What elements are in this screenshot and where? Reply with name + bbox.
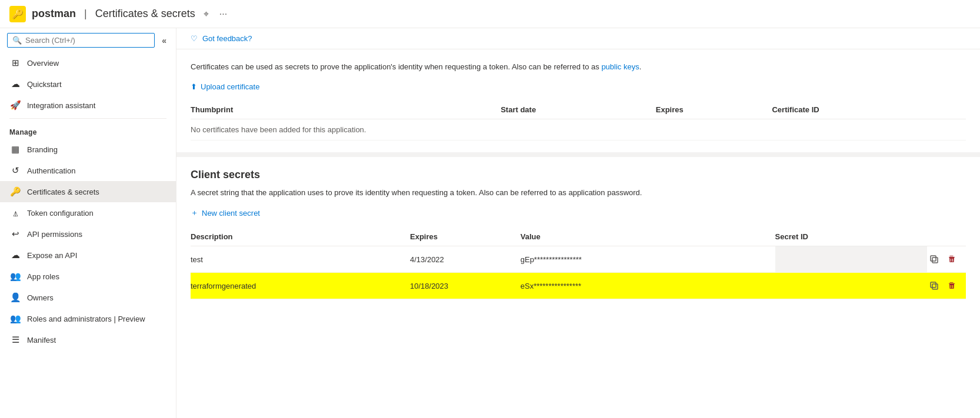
sidebar-item-integration-assistant[interactable]: 🚀 Integration assistant [0, 95, 176, 116]
header-separator: | [84, 8, 87, 20]
api-permissions-icon: ↩ [9, 228, 21, 240]
collapse-sidebar-button[interactable]: « [159, 34, 169, 48]
more-options-icon[interactable]: ··· [217, 6, 229, 22]
token-config-icon: ⍋ [9, 207, 21, 219]
authentication-icon: ↺ [9, 165, 21, 176]
sidebar-label-api-permissions: API permissions [27, 230, 82, 239]
th-expires: Expires [410, 228, 521, 246]
th-secret-id: Secret ID [775, 228, 927, 246]
integration-icon: 🚀 [9, 99, 21, 111]
sidebar-label-roles-admins: Roles and administrators | Preview [27, 315, 145, 323]
secret-actions [927, 273, 966, 299]
app-icon: 🔑 [9, 6, 26, 22]
plus-icon: ＋ [191, 208, 198, 218]
owners-icon: 👤 [9, 292, 21, 303]
certificates-table-header: Thumbprint Start date Expires Certificat… [191, 101, 966, 119]
main-layout: 🔍 « ⊞ Overview ☁ Quickstart 🚀 Integratio… [0, 28, 980, 418]
th-value: Value [521, 228, 775, 246]
overview-icon: ⊞ [9, 57, 21, 69]
branding-icon: ▦ [9, 143, 21, 155]
sidebar-label-overview: Overview [27, 59, 59, 68]
secret-expires: 4/13/2022 [410, 246, 521, 273]
sidebar-item-manifest[interactable]: ☰ Manifest [0, 329, 176, 350]
search-container: 🔍 « [0, 28, 176, 52]
table-row: test 4/13/2022 gEp**************** [191, 246, 966, 273]
sidebar-item-owners[interactable]: 👤 Owners [0, 287, 176, 308]
delete-secret-button[interactable] [945, 252, 959, 266]
client-secrets-title: Client secrets [191, 169, 966, 181]
sidebar-item-certificates-secrets[interactable]: 🔑 Certificates & secrets [0, 181, 176, 202]
sidebar-item-overview[interactable]: ⊞ Overview [0, 52, 176, 73]
pin-icon[interactable]: ⌖ [201, 6, 211, 22]
copy-secret-button[interactable] [927, 252, 941, 266]
add-client-secret-button[interactable]: ＋ New client secret [191, 208, 260, 218]
sidebar-label-app-roles: App roles [27, 272, 59, 281]
svg-rect-0 [932, 258, 938, 263]
sidebar-label-manifest: Manifest [27, 336, 56, 345]
client-secrets-section: Client secrets A secret string that the … [176, 152, 980, 312]
th-description: Description [191, 228, 410, 246]
secret-actions [927, 246, 966, 273]
th-start-date: Start date [501, 101, 656, 119]
th-expires: Expires [656, 101, 772, 119]
content-area: ♡ Got feedback? Certificates can be used… [176, 28, 980, 418]
sidebar-item-expose-api[interactable]: ☁ Expose an API [0, 245, 176, 266]
sidebar-label-expose-api: Expose an API [27, 251, 77, 260]
secret-value: eSx**************** [521, 273, 775, 299]
manifest-icon: ☰ [9, 334, 21, 346]
top-header: 🔑 postman | Certificates & secrets ⌖ ··· [0, 0, 980, 28]
sidebar-label-owners: Owners [27, 293, 54, 302]
client-secrets-table: Description Expires Value Secret ID test… [191, 228, 966, 299]
nav-divider [9, 118, 166, 119]
feedback-bar[interactable]: ♡ Got feedback? [176, 28, 980, 49]
sidebar-label-integration: Integration assistant [27, 101, 95, 110]
certificates-empty-message: No certificates have been added for this… [191, 119, 966, 140]
sidebar-item-quickstart[interactable]: ☁ Quickstart [0, 73, 176, 95]
th-thumbprint: Thumbprint [191, 101, 501, 119]
client-secrets-description: A secret string that the application use… [191, 187, 966, 199]
sidebar-item-api-permissions[interactable]: ↩ API permissions [0, 223, 176, 245]
quickstart-icon: ☁ [9, 78, 21, 90]
sidebar-label-token-config: Token configuration [27, 209, 94, 218]
client-secrets-table-header: Description Expires Value Secret ID [191, 228, 966, 246]
certificates-table: Thumbprint Start date Expires Certificat… [191, 101, 966, 141]
secret-expires: 10/18/2023 [410, 273, 521, 299]
app-roles-icon: 👥 [9, 270, 21, 282]
delete-secret-button[interactable] [945, 279, 959, 293]
feedback-label: Got feedback? [202, 34, 252, 43]
sidebar-item-authentication[interactable]: ↺ Authentication [0, 160, 176, 181]
page-title: Certificates & secrets [95, 8, 195, 20]
svg-rect-1 [931, 256, 936, 261]
search-box: 🔍 [7, 33, 155, 48]
roles-icon: 👥 [9, 313, 21, 325]
secret-value: gEp**************** [521, 246, 775, 273]
search-input[interactable] [25, 36, 149, 45]
manage-section-label: Manage [0, 121, 176, 139]
sidebar-item-app-roles[interactable]: 👥 App roles [0, 266, 176, 287]
secret-id [775, 246, 927, 273]
search-icon: 🔍 [12, 36, 22, 45]
certificates-empty-row: No certificates have been added for this… [191, 119, 966, 140]
sidebar-item-token-config[interactable]: ⍋ Token configuration [0, 202, 176, 223]
sidebar-label-quickstart: Quickstart [27, 80, 62, 89]
secret-description: terraformgenerated [191, 273, 410, 299]
th-actions [927, 228, 966, 246]
secret-description: test [191, 246, 410, 273]
th-certificate-id: Certificate ID [772, 101, 966, 119]
secret-id [775, 273, 927, 299]
certificates-section: Certificates can be used as secrets to p… [176, 49, 980, 152]
feedback-heart-icon: ♡ [191, 34, 198, 43]
app-name: postman [32, 8, 76, 20]
svg-rect-3 [931, 282, 936, 287]
table-row: terraformgenerated 10/18/2023 eSx*******… [191, 273, 966, 299]
copy-secret-button[interactable] [927, 279, 941, 293]
certificates-description: Certificates can be used as secrets to p… [191, 61, 966, 73]
sidebar: 🔍 « ⊞ Overview ☁ Quickstart 🚀 Integratio… [0, 28, 176, 418]
svg-rect-2 [932, 284, 938, 289]
sidebar-item-roles-admins[interactable]: 👥 Roles and administrators | Preview [0, 308, 176, 329]
public-keys-link[interactable]: public keys [601, 62, 639, 71]
certificates-icon: 🔑 [9, 186, 21, 198]
sidebar-item-branding[interactable]: ▦ Branding [0, 139, 176, 160]
upload-icon: ⬆ [191, 82, 197, 91]
upload-certificate-button[interactable]: ⬆ Upload certificate [191, 82, 259, 91]
